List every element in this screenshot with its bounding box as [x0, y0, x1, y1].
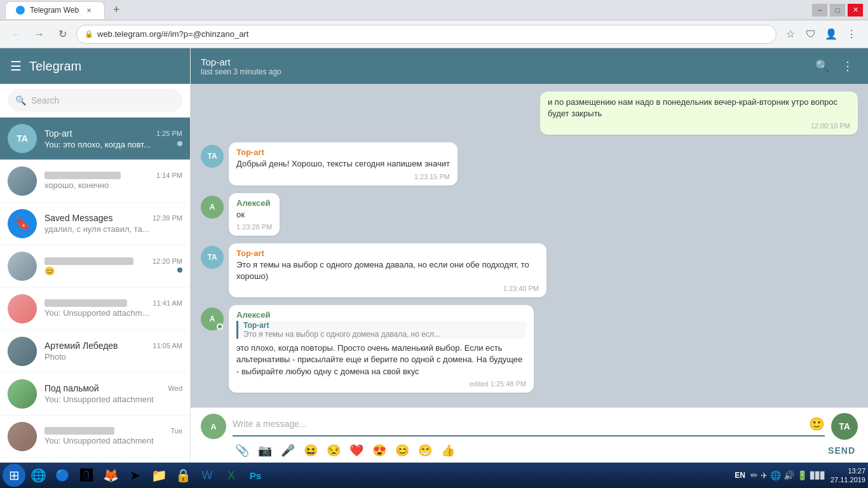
taskbar-sys-icons: ✏ ✈ 🌐 🔊 🔋 ▊▊▊: [750, 470, 825, 480]
menu-icon[interactable]: ⋮: [843, 25, 860, 43]
taskbar-app-lock[interactable]: 🔒: [172, 464, 194, 487]
message-content: Алексей ок 1:23:28 PM: [229, 193, 280, 236]
chat-name-row: Top-art 1:25 PM: [44, 128, 182, 139]
avatar: [8, 422, 37, 451]
emoji-btn[interactable]: 🙂: [809, 416, 825, 431]
network-icon: 🌐: [770, 470, 781, 480]
reply-quote: Top-art Это я темы на выбор с одного дом…: [236, 321, 526, 339]
telegram-tray-icon: ✈: [761, 471, 768, 480]
msg-avatar: А: [201, 196, 224, 219]
chat-item[interactable]: Артемий Лебедев 11:05 AM Photo: [0, 330, 190, 373]
message-bubble: Алексей ок 1:23:28 PM: [229, 193, 280, 236]
tab-favicon: [16, 6, 25, 15]
emoji-grin-icon[interactable]: 😁: [418, 444, 432, 458]
chat-item[interactable]: 1:14 PM хорошо, конечно: [0, 160, 190, 203]
camera-icon[interactable]: 📷: [258, 444, 272, 458]
browser-frame: Telegram Web ✕ + − □ ✕ ← → ↻ 🔒 web.teleg…: [0, 0, 868, 488]
mic-icon[interactable]: 🎤: [281, 444, 295, 458]
start-btn[interactable]: ⊞: [3, 464, 25, 487]
sender-name: Top-art: [236, 147, 450, 157]
chat-header-name: Top-art: [201, 57, 804, 67]
search-icon: 🔍: [15, 95, 26, 105]
close-btn[interactable]: ✕: [848, 4, 863, 17]
chat-preview: хорошо, конечно: [44, 180, 109, 190]
message-time: 12:00:10 PM: [548, 122, 850, 130]
search-chat-btn[interactable]: 🔍: [812, 56, 832, 76]
chat-item[interactable]: Под пальмой Wed You: Unsupported attachm…: [0, 373, 190, 416]
reload-btn[interactable]: ↻: [53, 25, 71, 43]
forward-btn[interactable]: →: [31, 25, 48, 43]
reply-text: Это я темы на выбор с одного домена дава…: [243, 330, 526, 339]
chat-preview: удалил, с нуля ставил, та...: [44, 224, 149, 234]
active-tab[interactable]: Telegram Web ✕: [5, 1, 105, 19]
messages-area: и по размещению нам надо в понедельник в…: [191, 84, 868, 407]
chat-time: Tue: [170, 427, 182, 435]
message-group: TA Top-art Добрый день! Хорошо, тексты с…: [201, 142, 858, 185]
more-options-btn[interactable]: ⋮: [837, 56, 858, 76]
new-tab-btn[interactable]: +: [107, 1, 125, 19]
bookmark-icon[interactable]: ☆: [782, 25, 799, 43]
signal-icon: ▊▊▊: [810, 471, 825, 480]
attach-file-icon[interactable]: 📎: [235, 444, 249, 458]
address-bar[interactable]: 🔒 web.telegram.org/#/im?p=@chinzano_art: [76, 25, 776, 44]
emoji-angry-icon[interactable]: 😒: [327, 444, 341, 458]
input-avatar: TA: [831, 413, 858, 440]
avatar: [8, 294, 37, 323]
emoji-heart-icon[interactable]: ❤️: [349, 444, 363, 458]
chat-preview: You: это плохо, когда повт...: [44, 140, 151, 149]
app-container: ☰ Telegram 🔍 TA Top-art 1:25 PM: [0, 48, 868, 463]
emoji-smile-icon[interactable]: 😊: [395, 444, 409, 458]
message-time: edited 1:25:48 PM: [236, 380, 526, 388]
chat-item[interactable]: 🔖 Saved Messages 12:39 PM удалил, с нуля…: [0, 203, 190, 245]
maximize-btn[interactable]: □: [830, 4, 845, 17]
avatar: [8, 379, 37, 409]
chat-item[interactable]: 11:41 AM You: Unsupported attachm...: [0, 288, 190, 330]
minimize-btn[interactable]: −: [812, 4, 827, 17]
taskbar-app-arrow[interactable]: ➤: [123, 464, 146, 487]
title-bar: Telegram Web ✕ + − □ ✕: [0, 0, 868, 20]
search-input[interactable]: [31, 95, 175, 105]
msg-avatar: А: [201, 308, 224, 330]
chat-item[interactable]: TA Top-art 1:25 PM You: это плохо, когда…: [0, 118, 190, 160]
unread-dot: [177, 141, 182, 146]
taskbar-app-ps[interactable]: Ps: [244, 464, 267, 487]
chat-item[interactable]: 12:20 PM 😊: [0, 245, 190, 288]
shield-icon[interactable]: 🛡: [802, 25, 820, 43]
message-time: 1:23:15 PM: [236, 173, 450, 180]
tab-close-btn[interactable]: ✕: [84, 5, 94, 15]
chat-name-row: 1:14 PM: [44, 172, 182, 179]
chat-info: Артемий Лебедев 11:05 AM Photo: [44, 341, 182, 362]
taskbar-right: EN ✏ ✈ 🌐 🔊 🔋 ▊▊▊ 13:27 27.11.2019: [735, 466, 865, 485]
taskbar-app-firefox[interactable]: 🦊: [99, 464, 122, 487]
send-btn[interactable]: SEND: [828, 445, 855, 456]
message-input[interactable]: [233, 416, 804, 431]
chat-name-row: 12:20 PM: [44, 257, 182, 265]
taskbar-app-excel[interactable]: X: [220, 464, 243, 487]
msg-avatar: TA: [201, 246, 224, 269]
taskbar-app-chrome[interactable]: 🔵: [51, 464, 74, 487]
hamburger-icon[interactable]: ☰: [10, 58, 22, 74]
nav-bar: ← → ↻ 🔒 web.telegram.org/#/im?p=@chinzan…: [0, 20, 868, 48]
avatar: [8, 252, 37, 281]
avatar: 🔖: [8, 209, 37, 238]
back-btn[interactable]: ←: [8, 25, 25, 43]
chat-info: 12:20 PM 😊: [44, 257, 182, 276]
emoji-thumbs-icon[interactable]: 👍: [441, 444, 455, 458]
chat-time: Wed: [168, 384, 182, 392]
chat-item[interactable]: Tue: [0, 458, 190, 463]
profile-icon[interactable]: 👤: [822, 25, 840, 43]
chat-preview: 😊: [44, 266, 55, 276]
taskbar-app-opera[interactable]: 🅾: [75, 464, 98, 487]
address-text: web.telegram.org/#/im?p=@chinzano_art: [97, 29, 768, 39]
taskbar-app-ie[interactable]: 🌐: [27, 464, 50, 487]
emoji-love-icon[interactable]: 😍: [372, 444, 386, 458]
avatar: [8, 337, 37, 366]
taskbar-app-word[interactable]: W: [196, 464, 219, 487]
chat-time: 11:05 AM: [153, 342, 182, 349]
chat-item[interactable]: Tue You: Unsupported attachment: [0, 416, 190, 458]
sidebar-title: Telegram: [29, 59, 180, 74]
taskbar-app-explorer[interactable]: 📁: [147, 464, 170, 487]
search-box: 🔍: [8, 89, 182, 112]
chat-preview: Photo: [44, 352, 66, 362]
emoji-laugh-icon[interactable]: 😆: [304, 444, 318, 458]
